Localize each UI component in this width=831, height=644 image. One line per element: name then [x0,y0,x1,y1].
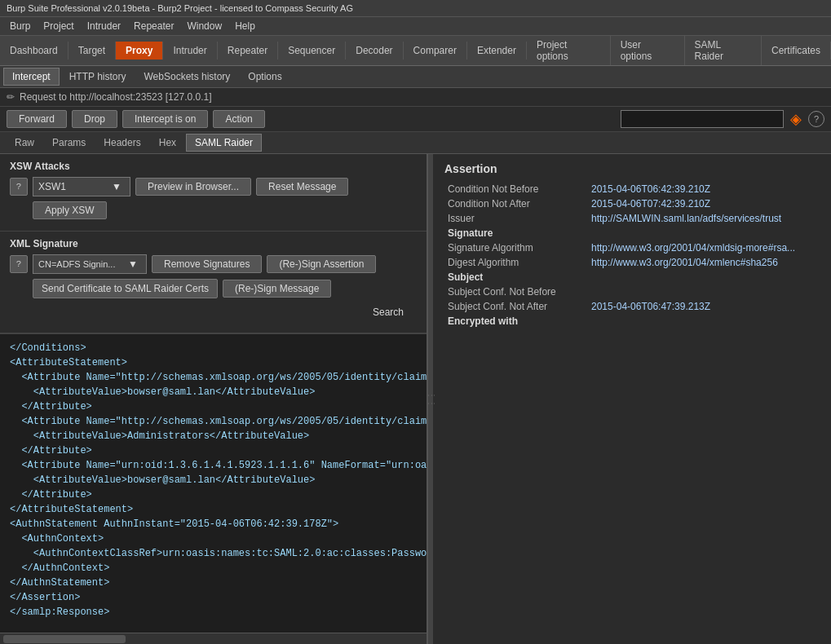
xml-line: </Attribute> [10,399,417,414]
highlight-icon[interactable]: ◈ [789,110,803,128]
tab-raw[interactable]: Raw [7,135,42,151]
nav-tab-decoder[interactable]: Decoder [346,42,403,60]
nav-tab-dashboard[interactable]: Dashboard [0,42,69,60]
preview-browser-button[interactable]: Preview in Browser... [135,178,251,196]
nav-tab-extender[interactable]: Extender [467,42,527,60]
bottom-scrollbar[interactable] [0,633,427,644]
xsw-dropdown[interactable]: XSW1 ▼ [33,177,130,196]
nav-tab-user-options[interactable]: User options [611,36,685,65]
xml-line: <Attribute Name="http://schemas.xmlsoap.… [10,414,417,429]
pencil-icon: ✏ [7,91,15,103]
assertion-value: http://www.w3.org/2001/04/xmlenc#sha256 [588,255,820,270]
xml-line: <AttributeValue>bowser@saml.lan</Attribu… [10,473,417,487]
menu-window[interactable]: Window [180,19,228,33]
xml-line: <AttributeStatement> [10,355,417,370]
nav-tab-target[interactable]: Target [69,42,116,60]
xml-line: </samlp:Response> [10,605,417,620]
menu-repeater[interactable]: Repeater [127,19,180,33]
assertion-value: http://SAMLWIN.saml.lan/adfs/services/tr… [588,211,820,226]
assertion-row: Digest Algorithmhttp://www.w3.org/2001/0… [444,255,820,270]
xsw-title: XSW Attacks [10,161,417,172]
reset-message-button[interactable]: Reset Message [256,178,348,196]
apply-xsw-button[interactable]: Apply XSW [33,201,107,219]
search-input[interactable] [621,110,784,128]
assertion-row: Subject [444,270,820,285]
cert-dropdown[interactable]: CN=ADFS Signin... ▼ [33,254,147,274]
assertion-title: Assertion [444,162,820,175]
assertion-label: Digest Algorithm [444,255,588,270]
resize-handle[interactable]: ⋮⋮ [428,154,433,644]
intercept-button[interactable]: Intercept is on [122,110,208,128]
tab-saml-raider[interactable]: SAML Raider [186,134,262,152]
xml-line: </AuthnStatement> [10,576,417,590]
assertion-label: Encrypted with [444,314,588,329]
assertion-row: Issuerhttp://SAMLWIN.saml.lan/adfs/servi… [444,211,820,226]
send-cert-button[interactable]: Send Certificate to SAML Raider Certs [33,279,218,298]
tab-params[interactable]: Params [44,135,94,151]
nav-tab-intruder[interactable]: Intruder [163,42,217,60]
menu-project[interactable]: Project [37,19,80,33]
action-button[interactable]: Action [213,110,264,128]
sub-tab-options[interactable]: Options [240,68,290,85]
assertion-label: Subject [444,270,588,285]
nav-tab-comparer[interactable]: Comparer [404,42,467,60]
request-url: Request to http://localhost:23523 [127.0… [20,91,212,103]
nav-tab-project-options[interactable]: Project options [527,36,611,65]
assertion-row: Subject Conf. Not After2015-04-06T06:47:… [444,299,820,314]
nav-tab-sequencer[interactable]: Sequencer [278,42,346,60]
assertion-value: http://www.w3.org/2001/04/xmldsig-more#r… [588,240,820,255]
xml-line: <Attribute Name="http://schemas.xmlsoap.… [10,370,417,385]
nav-tab-certificates[interactable]: Certificates [762,42,831,60]
forward-button[interactable]: Forward [7,110,67,128]
resign-assertion-button[interactable]: (Re-)Sign Assertion [267,255,376,273]
assertion-panel: Assertion Condition Not Before2015-04-06… [433,154,831,644]
assertion-value [588,270,820,285]
xml-code-area[interactable]: </Conditions><AttributeStatement> <Attri… [0,333,427,633]
assertion-row: Subject Conf. Not Before [444,285,820,299]
nav-tab-proxy[interactable]: Proxy [116,42,163,60]
xml-line: <AttributeValue>bowser@saml.lan</Attribu… [10,385,417,399]
xml-sig-title: XML Signature [10,238,417,249]
menu-burp[interactable]: Burp [3,19,37,33]
sub-tab-http-history[interactable]: HTTP history [61,68,135,85]
assertion-label: Condition Not After [444,196,588,211]
xml-line: </AttributeStatement> [10,502,417,517]
nav-tab-repeater[interactable]: Repeater [218,42,278,60]
assertion-row: Condition Not After2015-04-06T07:42:39.2… [444,196,820,211]
drop-button[interactable]: Drop [72,110,117,128]
nav-tabs: Dashboard Target Proxy Intruder Repeater… [0,36,831,66]
remove-signatures-button[interactable]: Remove Signatures [152,255,262,273]
assertion-label: Signature Algorithm [444,240,588,255]
xsw-section: XSW Attacks ? XSW1 ▼ Preview in Browser.… [0,154,427,232]
sub-tab-websockets-history[interactable]: WebSockets history [136,68,239,85]
title-bar: Burp Suite Professional v2.0.19beta - Bu… [0,0,831,17]
cert-dropdown-arrow: ▼ [128,258,138,270]
assertion-row: Signature [444,226,820,240]
menu-help[interactable]: Help [228,19,262,33]
xsw-help-button[interactable]: ? [10,178,28,196]
menu-bar: Burp Project Intruder Repeater Window He… [0,17,831,36]
assertion-label: Condition Not Before [444,182,588,196]
sub-tab-intercept[interactable]: Intercept [3,68,60,86]
tab-hex[interactable]: Hex [151,135,184,151]
menu-intruder[interactable]: Intruder [81,19,127,33]
horizontal-scrollbar-thumb[interactable] [3,635,126,643]
xml-line: <AttributeValue>Administrators</Attribut… [10,429,417,443]
xml-sig-help-button[interactable]: ? [10,255,28,273]
title-text: Burp Suite Professional v2.0.19beta - Bu… [7,3,353,13]
resign-message-button[interactable]: (Re-)Sign Message [223,280,331,298]
assertion-row: Condition Not Before2015-04-06T06:42:39.… [444,182,820,196]
xml-line: </Attribute> [10,487,417,502]
nav-tab-saml-raider[interactable]: SAML Raider [685,36,762,65]
tab-headers[interactable]: Headers [95,135,148,151]
content-tabs: Raw Params Headers Hex SAML Raider [0,132,831,154]
assertion-value [588,314,820,329]
assertion-value: 2015-04-06T06:47:39.213Z [588,299,820,314]
help-icon[interactable]: ? [808,111,824,127]
assertion-label: Issuer [444,211,588,226]
assertion-value [588,285,820,299]
xml-line: <Attribute Name="urn:oid:1.3.6.1.4.1.592… [10,458,417,473]
assertion-label: Subject Conf. Not After [444,299,588,314]
assertion-row: Encrypted with [444,314,820,329]
xsw-dropdown-arrow: ▼ [112,181,122,192]
